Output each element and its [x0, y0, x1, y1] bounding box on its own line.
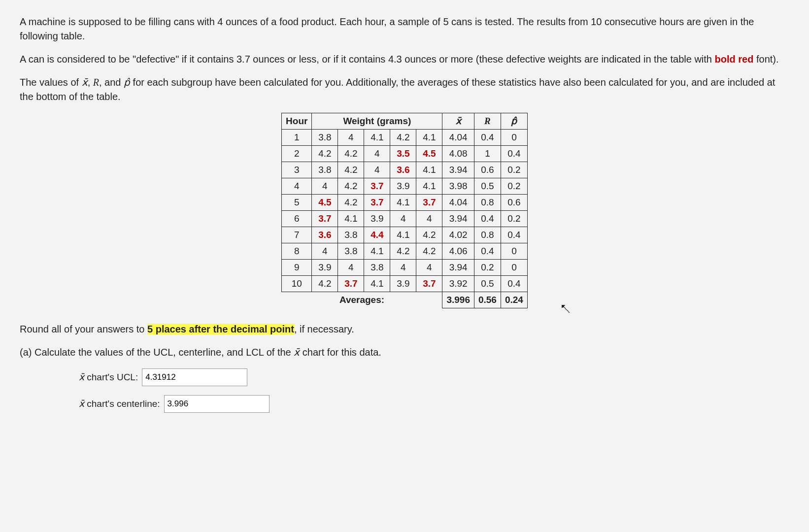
cell-weight: 3.5 — [390, 146, 416, 162]
cell-p: 0.2 — [501, 178, 527, 195]
col-hour: Hour — [282, 113, 312, 130]
cell-weight: 3.9 — [390, 276, 416, 292]
cell-weight: 4 — [416, 260, 442, 276]
cell-R: 0.4 — [474, 243, 501, 260]
avg-phat: 0.24 — [501, 292, 527, 308]
cell-weight: 3.9 — [312, 260, 338, 276]
cell-p: 0 — [501, 260, 527, 276]
col-phat: p̂ — [501, 113, 527, 130]
cell-weight: 4.2 — [312, 276, 338, 292]
table-row: 33.84.243.64.13.940.60.2 — [282, 162, 528, 178]
cell-p: 0 — [501, 130, 527, 146]
cell-weight: 3.8 — [364, 260, 390, 276]
cell-p: 0.4 — [501, 146, 527, 162]
xbar-symbol: x̄ — [82, 77, 88, 88]
cell-weight: 4.2 — [390, 243, 416, 260]
bold-red-text: bold red — [715, 54, 754, 65]
cell-weight: 4.1 — [364, 130, 390, 146]
table-header-row: Hour Weight (grams) x̄ R p̂ — [282, 113, 528, 130]
cell-weight: 4 — [364, 162, 390, 178]
cell-weight: 4.1 — [364, 276, 390, 292]
cell-weight: 4.1 — [364, 243, 390, 260]
cell-hour: 2 — [282, 146, 312, 162]
cell-weight: 4 — [416, 211, 442, 227]
cell-xbar: 3.94 — [442, 162, 474, 178]
cell-hour: 6 — [282, 211, 312, 227]
cell-hour: 8 — [282, 243, 312, 260]
ucl-label: x̄ chart's UCL: — [79, 370, 138, 384]
cell-hour: 1 — [282, 130, 312, 146]
cell-weight: 3.6 — [390, 162, 416, 178]
cell-xbar: 3.92 — [442, 276, 474, 292]
cell-xbar: 4.02 — [442, 227, 474, 243]
cell-weight: 4.4 — [364, 227, 390, 243]
cell-weight: 4 — [312, 243, 338, 260]
cell-R: 0.4 — [474, 130, 501, 146]
cell-hour: 7 — [282, 227, 312, 243]
cell-weight: 3.7 — [364, 178, 390, 195]
rounding-instruction: Round all of your answers to 5 places af… — [20, 322, 789, 336]
cell-weight: 4.1 — [416, 162, 442, 178]
cell-xbar: 3.94 — [442, 260, 474, 276]
cell-weight: 4 — [338, 260, 364, 276]
cell-weight: 4 — [338, 130, 364, 146]
cell-R: 0.8 — [474, 195, 501, 211]
highlight-text: 5 places after the decimal point — [147, 324, 294, 334]
cell-p: 0.6 — [501, 195, 527, 211]
cell-xbar: 3.94 — [442, 211, 474, 227]
cell-R: 0.4 — [474, 211, 501, 227]
cell-hour: 10 — [282, 276, 312, 292]
table-row: 104.23.74.13.93.73.920.50.4 — [282, 276, 528, 292]
ucl-input[interactable] — [142, 368, 247, 386]
cell-weight: 4.1 — [338, 211, 364, 227]
cell-xbar: 4.04 — [442, 195, 474, 211]
cell-weight: 4.2 — [338, 162, 364, 178]
cell-R: 0.6 — [474, 162, 501, 178]
table-row: 843.84.14.24.24.060.40 — [282, 243, 528, 260]
cell-weight: 4 — [390, 211, 416, 227]
cell-p: 0.2 — [501, 162, 527, 178]
col-r: R — [474, 113, 501, 130]
cell-weight: 4.2 — [416, 243, 442, 260]
cell-weight: 4 — [364, 146, 390, 162]
cell-weight: 4.2 — [338, 178, 364, 195]
cell-p: 0.4 — [501, 227, 527, 243]
cell-weight: 3.7 — [338, 276, 364, 292]
cell-weight: 4.2 — [312, 146, 338, 162]
ucl-field-row: x̄ chart's UCL: — [79, 368, 789, 386]
cell-weight: 4 — [390, 260, 416, 276]
table-row: 24.24.243.54.54.0810.4 — [282, 146, 528, 162]
cell-weight: 3.6 — [312, 227, 338, 243]
cell-weight: 4.2 — [390, 130, 416, 146]
table-row: 93.943.8443.940.20 — [282, 260, 528, 276]
averages-row: Averages: 3.996 0.56 0.24 — [282, 292, 528, 308]
table-row: 54.54.23.74.13.74.040.80.6 — [282, 195, 528, 211]
cursor-icon: ⭦ — [559, 299, 572, 318]
cell-weight: 3.8 — [338, 243, 364, 260]
centerline-label: x̄ chart's centerline: — [79, 397, 160, 411]
cell-weight: 4.5 — [312, 195, 338, 211]
cell-weight: 4.2 — [338, 195, 364, 211]
cell-weight: 4.1 — [416, 130, 442, 146]
cell-weight: 4.5 — [416, 146, 442, 162]
centerline-input[interactable] — [164, 395, 270, 413]
cell-hour: 3 — [282, 162, 312, 178]
cell-R: 0.5 — [474, 178, 501, 195]
table-row: 63.74.13.9443.940.40.2 — [282, 211, 528, 227]
cell-p: 0 — [501, 243, 527, 260]
cell-xbar: 4.04 — [442, 130, 474, 146]
cell-weight: 3.9 — [390, 178, 416, 195]
problem-paragraph-1: A machine is supposed to be filling cans… — [20, 15, 789, 43]
avg-r: 0.56 — [474, 292, 501, 308]
problem-paragraph-2: A can is considered to be "defective" if… — [20, 52, 789, 66]
table-row: 444.23.73.94.13.980.50.2 — [282, 178, 528, 195]
cell-weight: 3.8 — [312, 162, 338, 178]
cell-xbar: 4.08 — [442, 146, 474, 162]
cell-p: 0.2 — [501, 211, 527, 227]
r-symbol: R — [93, 77, 99, 88]
phat-symbol: p̂ — [124, 77, 130, 88]
cell-R: 1 — [474, 146, 501, 162]
cell-weight: 3.7 — [312, 211, 338, 227]
cell-weight: 4.1 — [416, 178, 442, 195]
cell-weight: 3.7 — [364, 195, 390, 211]
